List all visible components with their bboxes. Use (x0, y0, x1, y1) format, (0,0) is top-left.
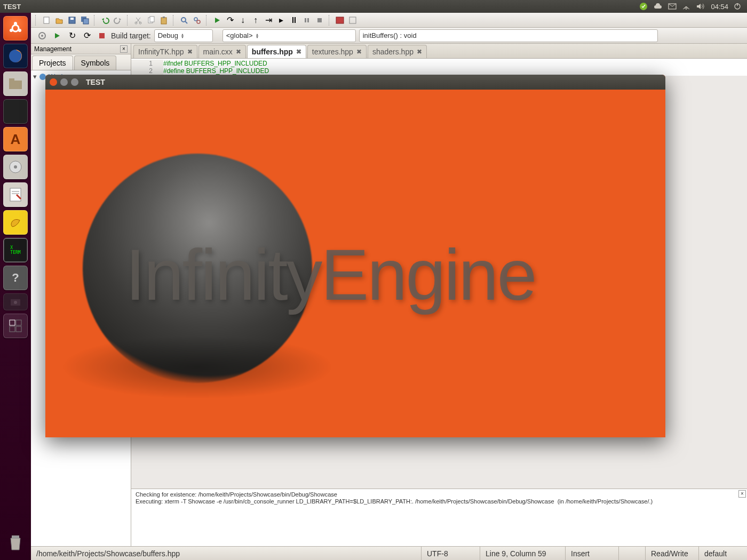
volume-icon[interactable] (696, 3, 705, 10)
close-icon[interactable]: × (738, 490, 746, 498)
tab-infinitytk[interactable]: InfinityTK.hpp✖ (133, 45, 197, 58)
scope-combo[interactable]: <global>▴▾ (222, 29, 356, 42)
svg-point-2 (686, 9, 687, 10)
launcher-app-colors[interactable] (3, 99, 28, 124)
launcher-dash[interactable] (3, 16, 28, 41)
svg-point-38 (197, 20, 200, 23)
rebuild-all-icon[interactable]: ⟳ (81, 30, 93, 42)
build-icon[interactable] (36, 30, 48, 42)
tab-textures[interactable]: textures.hpp✖ (307, 45, 367, 58)
svg-rect-42 (336, 17, 344, 23)
window-minimize-icon[interactable] (60, 78, 68, 86)
window-close-icon[interactable] (50, 78, 57, 86)
svg-rect-41 (317, 18, 322, 22)
toolbar-build: ↻ ⟳ Build target: Debug▴▾ <global>▴▾ ini… (31, 28, 747, 44)
debug-window-icon[interactable] (334, 14, 346, 26)
tab-main[interactable]: main.cxx✖ (198, 45, 246, 58)
launcher-help[interactable]: ? (3, 266, 28, 290)
tab-shaders[interactable]: shaders.hpp✖ (368, 45, 427, 58)
cut-icon[interactable] (132, 14, 144, 26)
tab-buffers[interactable]: buffers.hpp✖ (247, 45, 306, 58)
status-mode: Insert (566, 547, 619, 560)
test-title: TEST (86, 78, 105, 86)
svg-rect-40 (307, 18, 309, 22)
undo-icon[interactable] (99, 14, 111, 26)
launcher-workspace[interactable] (3, 314, 28, 338)
open-icon[interactable] (53, 14, 65, 26)
pause-icon[interactable] (301, 14, 313, 26)
svg-point-7 (18, 29, 21, 32)
new-file-icon[interactable] (41, 14, 52, 26)
step-out-icon[interactable]: ↑ (250, 14, 261, 26)
copy-icon[interactable] (145, 14, 157, 26)
svg-point-35 (181, 18, 186, 22)
svg-rect-39 (305, 18, 306, 22)
launcher-lamp[interactable] (3, 210, 28, 235)
launcher-screenshot[interactable] (3, 293, 28, 310)
build-target-combo[interactable]: Debug▴▾ (154, 29, 213, 42)
close-icon[interactable]: ✖ (296, 48, 301, 55)
step-into-icon[interactable]: ↓ (237, 14, 249, 26)
svg-point-37 (194, 18, 197, 21)
paste-icon[interactable] (158, 14, 170, 26)
launcher-editor[interactable] (3, 182, 28, 207)
function-combo[interactable]: initBuffers() : void (359, 29, 658, 42)
clock[interactable]: 04:54 (711, 3, 728, 11)
launcher-app-orange[interactable]: A (3, 127, 28, 151)
rebuild-icon[interactable]: ↻ (66, 30, 78, 42)
svg-rect-34 (163, 17, 165, 18)
tab-projects[interactable]: Projects (32, 55, 73, 70)
status-position: Line 9, Column 59 (480, 547, 566, 560)
status-blank (619, 547, 646, 560)
svg-point-13 (14, 165, 17, 169)
status-eol: default (699, 547, 747, 560)
network-icon[interactable] (682, 3, 690, 10)
test-titlebar[interactable]: TEST (45, 75, 665, 90)
continue-icon[interactable]: ▸ (275, 14, 287, 26)
launcher-files[interactable] (3, 71, 28, 96)
close-icon[interactable]: ✖ (236, 48, 241, 55)
statusbar: /home/keith/Projects/Showcase/buffers.hp… (31, 546, 747, 560)
svg-rect-26 (70, 18, 74, 20)
info-icon[interactable] (347, 14, 359, 26)
save-all-icon[interactable] (79, 14, 91, 26)
abort-icon[interactable] (96, 30, 108, 42)
launcher-terminal[interactable]: XTERM (3, 238, 28, 262)
launcher-firefox[interactable] (3, 44, 28, 68)
svg-rect-14 (10, 188, 21, 201)
code-editor[interactable]: 1#ifndef BUFFERS_HPP_INCLUDED 2#define B… (131, 59, 747, 76)
redo-icon[interactable] (112, 14, 124, 26)
svg-rect-10 (9, 81, 22, 89)
status-encoding: UTF-8 (422, 547, 480, 560)
break-icon[interactable]: ⏸ (288, 14, 300, 26)
find-icon[interactable] (178, 14, 190, 26)
close-icon[interactable]: × (120, 45, 128, 53)
step-icon[interactable]: ⇥ (263, 14, 274, 26)
step-over-icon[interactable]: ↷ (224, 14, 236, 26)
launcher-disk[interactable] (3, 155, 28, 179)
build-log[interactable]: ×Checking for existence: /home/keith/Pro… (131, 489, 747, 546)
launcher-trash[interactable] (3, 530, 28, 555)
editor-tabs: InfinityTK.hpp✖ main.cxx✖ buffers.hpp✖ t… (131, 44, 747, 59)
svg-rect-24 (44, 17, 49, 23)
window-maximize-icon[interactable] (71, 78, 78, 86)
status-path: /home/keith/Projects/Showcase/buffers.hp… (31, 547, 422, 560)
test-canvas: InfinityEngine ↖ (45, 90, 665, 437)
svg-rect-43 (349, 17, 356, 23)
window-title: TEST (3, 3, 21, 11)
close-icon[interactable]: ✖ (417, 48, 422, 55)
svg-rect-22 (16, 326, 21, 332)
tab-symbols[interactable]: Symbols (74, 55, 117, 70)
stop-icon[interactable] (314, 14, 325, 26)
svg-rect-19 (10, 320, 15, 325)
sync-icon[interactable] (639, 2, 648, 11)
build-run-icon[interactable] (51, 30, 63, 42)
close-icon[interactable]: ✖ (356, 48, 362, 55)
run-icon[interactable] (211, 14, 223, 26)
close-icon[interactable]: ✖ (187, 48, 193, 55)
cloud-icon[interactable] (653, 3, 663, 10)
power-icon[interactable] (734, 3, 741, 10)
save-icon[interactable] (66, 14, 78, 26)
replace-icon[interactable] (191, 14, 203, 26)
mail-icon[interactable] (668, 3, 677, 10)
